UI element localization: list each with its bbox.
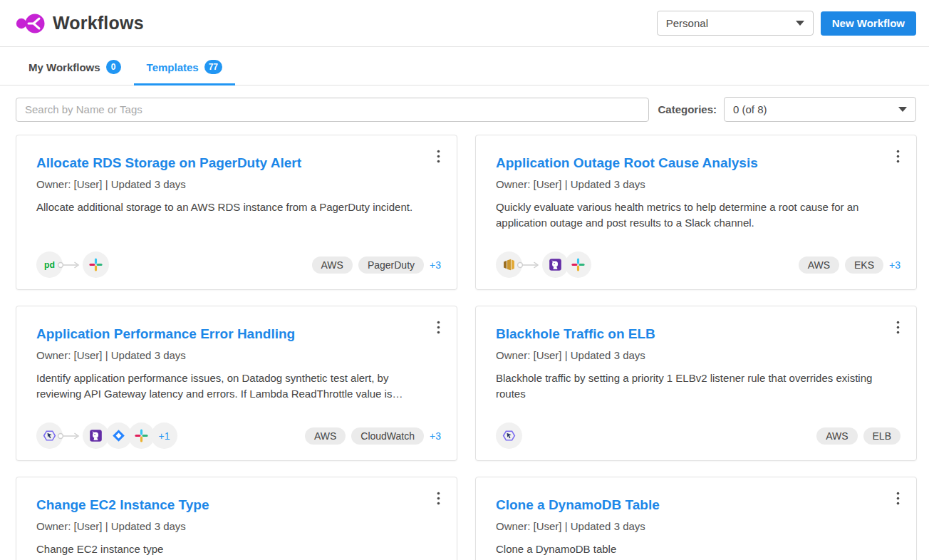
workflow-app-icons: +1 bbox=[36, 422, 177, 449]
workflow-app-icons bbox=[496, 252, 591, 278]
workflow-title-link[interactable]: Allocate RDS Storage on PagerDuty Alert bbox=[36, 155, 301, 172]
workflow-title-link[interactable]: Clone a DynamoDB Table bbox=[496, 497, 660, 514]
categories-select-value: 0 (of 8) bbox=[733, 103, 767, 115]
tab-templates[interactable]: Templates 77 bbox=[134, 47, 235, 85]
card-menu-button[interactable] bbox=[888, 487, 908, 509]
kebab-menu-icon bbox=[896, 150, 900, 163]
app-logo-icon bbox=[16, 11, 47, 36]
filter-bar: Categories: 0 (of 8) bbox=[0, 85, 929, 133]
workspace-select[interactable]: Personal bbox=[657, 11, 814, 36]
kebab-menu-icon bbox=[896, 321, 900, 334]
slack-icon bbox=[565, 252, 591, 278]
workflow-title-link[interactable]: Application Performance Error Handling bbox=[36, 326, 295, 343]
workflow-tags: AWSPagerDuty+3 bbox=[312, 256, 442, 274]
workflow-meta: Owner: [User] | Updated 3 days bbox=[36, 349, 437, 361]
tab-bar: My Workflows 0 Templates 77 bbox=[0, 47, 929, 85]
workflow-card: Application Performance Error HandlingOw… bbox=[16, 306, 457, 461]
flow-arrow-icon bbox=[57, 431, 81, 441]
card-footer: +1AWSCloudWatch+3 bbox=[36, 422, 441, 449]
more-tags-link[interactable]: +3 bbox=[889, 259, 901, 271]
workflow-meta: Owner: [User] | Updated 3 days bbox=[496, 520, 896, 532]
workflow-card-grid: Allocate RDS Storage on PagerDuty AlertO… bbox=[0, 133, 929, 560]
tag-pill[interactable]: AWS bbox=[816, 427, 857, 445]
top-header: Workflows Personal New Workflow bbox=[0, 0, 929, 47]
workflow-meta: Owner: [User] | Updated 3 days bbox=[496, 178, 896, 190]
more-tags-link[interactable]: +3 bbox=[430, 259, 441, 271]
workflow-tags: AWSELB bbox=[816, 427, 901, 445]
workflow-description: Quickly evaluate various health metrics … bbox=[496, 199, 895, 231]
workflow-title-link[interactable]: Change EC2 Instance Type bbox=[36, 497, 209, 514]
card-menu-button[interactable] bbox=[428, 145, 448, 167]
workflow-card: Blackhole Traffic on ELBOwner: [User] | … bbox=[475, 306, 917, 461]
workflow-app-icons: pd bbox=[36, 252, 109, 278]
workflow-description: Clone a DynamoDB table bbox=[496, 541, 895, 557]
kebab-menu-icon bbox=[437, 492, 440, 505]
workflow-tags: AWSEKS+3 bbox=[799, 256, 901, 274]
workspace-select-value: Personal bbox=[666, 17, 708, 29]
workflow-title-link[interactable]: Application Outage Root Cause Analysis bbox=[496, 155, 758, 172]
workflow-meta: Owner: [User] | Updated 3 days bbox=[36, 520, 437, 532]
workflow-description: Change EC2 instance type bbox=[36, 541, 435, 557]
search-input[interactable] bbox=[16, 98, 649, 122]
card-menu-button[interactable] bbox=[888, 316, 908, 338]
tag-pill[interactable]: EKS bbox=[845, 256, 883, 274]
card-footer: AWSELB bbox=[496, 422, 901, 449]
workflow-title-link[interactable]: Blackhole Traffic on ELB bbox=[496, 326, 655, 343]
tag-pill[interactable]: AWS bbox=[799, 256, 839, 274]
workflow-card: Clone a DynamoDB TableOwner: [User] | Up… bbox=[475, 477, 917, 560]
card-footer: AWSEKS+3 bbox=[496, 252, 901, 278]
tab-my-workflows[interactable]: My Workflows 0 bbox=[16, 47, 134, 85]
kebab-menu-icon bbox=[437, 321, 440, 334]
workflow-description: Blackhole traffic by setting a priority … bbox=[496, 370, 895, 402]
new-workflow-button[interactable]: New Workflow bbox=[821, 11, 916, 36]
page-title: Workflows bbox=[53, 13, 144, 33]
datadog-synthetics-icon bbox=[496, 422, 522, 449]
tab-label: Templates bbox=[147, 61, 199, 73]
tag-pill[interactable]: ELB bbox=[863, 427, 901, 445]
categories-select[interactable]: 0 (of 8) bbox=[724, 97, 916, 122]
card-menu-button[interactable] bbox=[428, 487, 448, 509]
more-tags-link[interactable]: +3 bbox=[430, 430, 441, 442]
svg-text:pd: pd bbox=[44, 260, 55, 270]
workflow-description: Identify application performance issues,… bbox=[36, 370, 435, 402]
card-menu-button[interactable] bbox=[428, 316, 448, 338]
kebab-menu-icon bbox=[437, 150, 440, 163]
workflow-tags: AWSCloudWatch+3 bbox=[305, 427, 441, 445]
tab-count-badge: 0 bbox=[106, 60, 121, 74]
chevron-down-icon bbox=[898, 107, 907, 112]
tag-pill[interactable]: PagerDuty bbox=[358, 256, 424, 274]
workflow-card: Change EC2 Instance TypeOwner: [User] | … bbox=[16, 477, 457, 560]
tag-pill[interactable]: CloudWatch bbox=[351, 427, 424, 445]
workflow-card: Application Outage Root Cause AnalysisOw… bbox=[475, 135, 917, 290]
flow-arrow-icon bbox=[517, 260, 541, 270]
tab-label: My Workflows bbox=[28, 61, 100, 73]
tab-count-badge: 77 bbox=[204, 60, 222, 74]
workflow-meta: Owner: [User] | Updated 3 days bbox=[36, 178, 437, 190]
card-menu-button[interactable] bbox=[888, 145, 908, 167]
tag-pill[interactable]: AWS bbox=[305, 427, 346, 445]
card-footer: pdAWSPagerDuty+3 bbox=[36, 252, 441, 278]
kebab-menu-icon bbox=[896, 492, 900, 505]
workflow-description: Allocate additional storage to an AWS RD… bbox=[36, 199, 435, 215]
chevron-down-icon bbox=[796, 21, 804, 26]
workflow-meta: Owner: [User] | Updated 3 days bbox=[496, 349, 896, 361]
workflow-card: Allocate RDS Storage on PagerDuty AlertO… bbox=[16, 135, 457, 290]
flow-arrow-icon bbox=[57, 260, 81, 270]
categories-label: Categories: bbox=[658, 103, 717, 115]
workflow-app-icons bbox=[496, 422, 522, 449]
slack-icon bbox=[83, 252, 109, 278]
more-icons-badge[interactable]: +1 bbox=[151, 422, 177, 449]
tag-pill[interactable]: AWS bbox=[312, 256, 353, 274]
